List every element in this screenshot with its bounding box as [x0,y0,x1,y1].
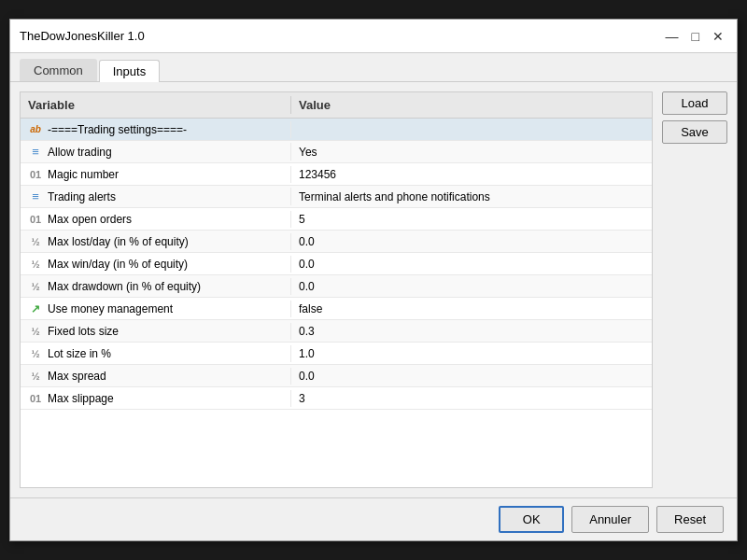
row-icon: ½ [28,259,43,270]
title-controls: — □ ✕ [662,30,727,43]
content-area: Variable Value ab -====Trading settings=… [10,82,737,497]
table-row: ≡ Allow trading Yes [21,141,652,163]
cell-variable: 01 Max slippage [21,390,291,407]
row-icon: ≡ [28,145,43,159]
cell-value: 1.0 [291,345,652,362]
table-row: ½ Max win/day (in % of equity) 0.0 [21,253,652,275]
cell-value [291,128,652,132]
tabs-bar: Common Inputs [10,53,737,82]
scroll-spacer [635,96,652,114]
cell-variable: ↗ Use money management [21,301,291,317]
save-button[interactable]: Save [662,120,727,144]
window-title: TheDowJonesKiller 1.0 [20,29,145,43]
variable-label: Magic number [48,168,119,181]
variable-label: Max win/day (in % of equity) [48,258,188,271]
cell-value: 123456 [291,166,652,183]
row-icon: ½ [28,371,43,382]
cell-variable: ½ Fixed lots size [21,323,291,340]
table-row: ½ Max lost/day (in % of equity) 0.0 [21,231,652,253]
variable-label: Use money management [48,302,173,315]
side-buttons: Load Save [662,91,727,488]
row-icon: 01 [28,169,43,180]
variable-label: Allow trading [48,146,112,159]
row-icon: ↗ [28,302,43,315]
bottom-bar: OK Annuler Reset [10,497,737,540]
cell-variable: 01 Magic number [21,166,291,183]
row-icon: ½ [28,326,43,337]
table-row: ½ Max drawdown (in % of equity) 0.0 [21,275,652,298]
cell-variable: ½ Max spread [21,368,291,385]
table-row: 01 Max slippage 3 [21,387,652,410]
variable-label: Max spread [48,370,106,383]
cell-variable: ½ Max lost/day (in % of equity) [21,233,291,250]
cell-value: false [291,301,652,317]
table-header: Variable Value [21,92,652,119]
cell-variable: ≡ Trading alerts [21,188,291,205]
minimize-button[interactable]: — [662,30,683,43]
row-icon: ≡ [28,189,43,203]
load-button[interactable]: Load [662,91,727,115]
reset-button[interactable]: Reset [656,506,724,533]
table-body[interactable]: ab -====Trading settings====- ≡ Allow tr… [21,119,652,487]
cell-value: Terminal alerts and phone notifications [291,189,652,205]
table-row: ≡ Trading alerts Terminal alerts and pho… [21,186,652,208]
row-icon: ½ [28,281,43,292]
cell-value: 0.0 [291,368,652,385]
variable-label: Max open orders [48,213,132,226]
table-row: 01 Max open orders 5 [21,208,652,231]
variable-label: Max drawdown (in % of equity) [48,280,201,293]
cell-variable: ≡ Allow trading [21,143,291,161]
row-icon: ab [28,124,43,134]
variable-label: Max slippage [48,392,114,405]
table-row: ab -====Trading settings====- [21,119,652,141]
cell-value: 0.3 [291,323,652,340]
cell-value: 5 [291,211,652,228]
main-window: TheDowJonesKiller 1.0 — □ ✕ Common Input… [9,19,738,541]
cell-variable: ½ Max drawdown (in % of equity) [21,278,291,295]
tab-common[interactable]: Common [20,59,97,81]
column-value: Value [291,96,635,114]
ok-button[interactable]: OK [499,506,564,533]
cell-value: Yes [291,144,652,161]
variable-label: Max lost/day (in % of equity) [48,235,189,248]
tab-inputs[interactable]: Inputs [99,60,160,82]
cell-variable: ab -====Trading settings====- [21,121,291,138]
title-bar: TheDowJonesKiller 1.0 — □ ✕ [10,20,737,53]
row-icon: 01 [28,214,43,225]
cell-variable: ½ Lot size in % [21,345,291,362]
variable-label: Lot size in % [48,347,111,360]
table-row: ½ Fixed lots size 0.3 [21,320,652,343]
variable-label: -====Trading settings====- [48,123,187,136]
row-icon: ½ [28,348,43,359]
cell-variable: 01 Max open orders [21,211,291,228]
variable-label: Fixed lots size [48,325,119,338]
annuler-button[interactable]: Annuler [571,506,649,533]
cell-value: 0.0 [291,256,652,273]
cell-variable: ½ Max win/day (in % of equity) [21,256,291,273]
table-row: ↗ Use money management false [21,298,652,320]
table-row: ½ Lot size in % 1.0 [21,343,652,365]
table-row: 01 Magic number 123456 [21,163,652,186]
table-row: ½ Max spread 0.0 [21,365,652,387]
column-variable: Variable [21,96,291,114]
row-icon: ½ [28,236,43,247]
variable-label: Trading alerts [48,190,116,203]
cell-value: 0.0 [291,233,652,250]
inputs-table: Variable Value ab -====Trading settings=… [20,91,653,488]
cell-value: 0.0 [291,278,652,295]
maximize-button[interactable]: □ [688,30,703,43]
close-button[interactable]: ✕ [709,30,727,43]
row-icon: 01 [28,393,43,404]
cell-value: 3 [291,390,652,407]
